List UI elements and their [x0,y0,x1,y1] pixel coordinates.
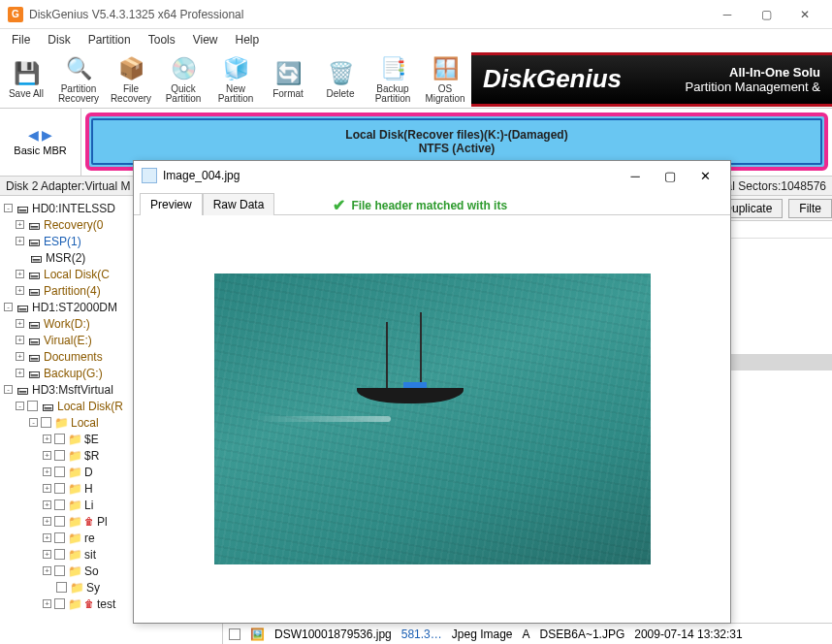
quick-partition-button[interactable]: 💿Quick Partition [157,52,209,107]
menu-disk[interactable]: Disk [40,31,78,48]
tree-checkbox[interactable] [54,450,65,461]
file-icon: 🖼️ [250,628,265,641]
tree-icon: 📁 [54,416,68,430]
tree-label: Local [71,416,99,430]
tree-checkbox[interactable] [54,598,65,609]
expand-icon[interactable]: + [16,369,24,377]
close-button[interactable]: ✕ [785,0,824,29]
tree-checkbox[interactable] [54,434,65,444]
menu-help[interactable]: Help [228,31,268,48]
save-all-button-label: Save All [9,89,44,99]
backup-partition-button[interactable]: 📑Backup Partition [367,52,419,107]
preview-minimize-button[interactable]: ─ [618,162,653,189]
menu-file[interactable]: File [4,31,38,48]
toolbar: 💾Save All🔍Partition Recovery📦File Recove… [0,50,832,109]
tree-checkbox[interactable] [54,532,65,543]
tree-checkbox[interactable] [27,401,38,411]
expand-icon[interactable]: + [16,336,24,344]
tree-label: ESP(1) [44,235,81,248]
delete-button[interactable]: 🗑️Delete [314,52,367,107]
expand-icon[interactable]: + [43,467,51,476]
expand-icon[interactable]: + [16,270,24,278]
tree-icon: 🖴 [27,235,41,248]
file-date: 2009-07-14 13:32:31 [634,628,742,641]
tree-checkbox[interactable] [54,565,65,576]
file-type: Jpeg Image [452,628,513,641]
delete-button-icon: 🗑️ [327,60,354,87]
save-all-button-icon: 💾 [13,60,40,87]
titlebar: G DiskGenius V5.4.3.1325 x64 Professiona… [0,0,832,29]
tree-label: sit [84,548,96,562]
partition-recovery-button-label: Partition Recovery [58,84,99,104]
partition-recovery-button[interactable]: 🔍Partition Recovery [52,52,105,107]
tree-icon: 📁 [68,564,81,578]
minimize-button[interactable]: ─ [708,0,747,29]
expand-icon[interactable]: - [4,303,13,311]
tree-label: $R [84,449,99,463]
tree-icon: 📁 [70,581,83,595]
expand-icon[interactable]: - [16,402,24,410]
expand-icon[interactable]: + [43,599,51,608]
tree-label: HD3:MsftVirtual [32,383,113,397]
tree-label: Virual(E:) [44,334,92,347]
tree-icon: 🖴 [27,218,41,232]
tree-label: H [84,482,93,496]
file-attr: A [523,628,530,641]
expand-icon[interactable]: + [43,500,51,509]
menu-partition[interactable]: Partition [80,31,139,48]
tree-checkbox[interactable] [56,582,67,593]
tree-checkbox[interactable] [54,499,65,510]
tree-checkbox[interactable] [54,467,65,477]
banner-line1: All-In-One Solu [686,65,820,80]
tree-checkbox[interactable] [54,483,65,494]
tree-icon: 📁 [68,482,81,496]
menu-view[interactable]: View [185,31,226,48]
expand-icon[interactable]: + [16,286,24,295]
filter-button[interactable]: Filte [788,199,832,218]
tree-icon: 🖴 [16,383,29,397]
file-checkbox[interactable] [229,628,240,640]
banner: DiskGenius All-In-One Solu Partition Man… [471,52,832,107]
expand-icon[interactable]: + [16,319,24,328]
preview-close-button[interactable]: ✕ [688,162,722,189]
preview-maximize-button[interactable]: ▢ [653,162,688,189]
tree-label: Documents [44,350,103,364]
preview-titlebar: Image_004.jpg ─ ▢ ✕ [134,161,730,190]
expand-icon[interactable]: + [43,435,51,443]
expand-icon[interactable]: - [4,204,13,212]
expand-icon[interactable]: + [43,484,51,493]
tree-checkbox[interactable] [54,549,65,560]
expand-icon[interactable]: + [43,566,51,575]
preview-title: Image_004.jpg [163,169,618,182]
expand-icon[interactable]: - [29,418,38,427]
partition-recovery-button-icon: 🔍 [65,55,92,82]
os-migration-button-label: OS Migration [419,84,471,104]
os-migration-button[interactable]: 🪟OS Migration [419,52,471,107]
expand-icon[interactable]: + [16,237,24,245]
expand-icon[interactable]: + [43,517,51,526]
tree-label: Recovery(0 [44,218,103,232]
check-icon: ✔ [333,196,345,214]
tree-checkbox[interactable] [54,516,65,527]
preview-window: Image_004.jpg ─ ▢ ✕ Preview Raw Data ✔ F… [133,160,731,624]
tab-rawdata[interactable]: Raw Data [203,193,275,215]
save-all-button[interactable]: 💾Save All [0,52,52,107]
tab-preview[interactable]: Preview [140,193,203,215]
expand-icon[interactable]: + [43,533,51,542]
backup-partition-button-label: Backup Partition [375,84,411,104]
expand-icon[interactable]: + [16,220,24,229]
disk-nav-arrows[interactable]: ◀ ▶ [28,127,53,143]
expand-icon[interactable]: + [43,451,51,460]
expand-icon[interactable]: - [4,385,13,394]
format-button[interactable]: 🔄Format [262,52,314,107]
tree-icon: 📁 [68,449,81,463]
expand-icon[interactable]: + [43,550,51,559]
maximize-button[interactable]: ▢ [747,0,785,29]
menu-tools[interactable]: Tools [141,31,183,48]
new-partition-button[interactable]: 🧊New Partition [209,52,262,107]
tree-checkbox[interactable] [41,417,51,428]
file-recovery-button[interactable]: 📦File Recovery [105,52,157,107]
preview-body [134,215,730,623]
expand-icon[interactable]: + [16,352,24,361]
tree-label: Work(D:) [44,317,90,331]
